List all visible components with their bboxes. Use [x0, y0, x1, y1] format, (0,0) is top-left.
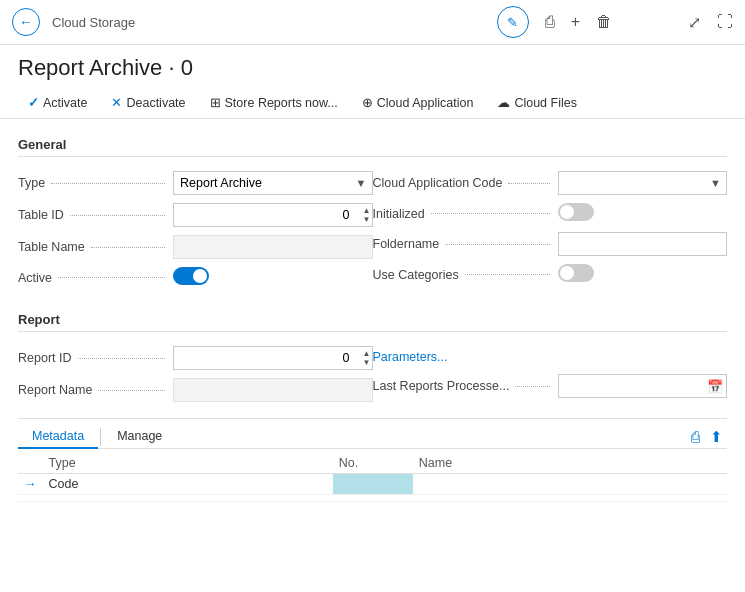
- back-button[interactable]: ←: [12, 8, 40, 36]
- bottom-tabs-section: Metadata Manage ⎙ ⬆ Type No. Name: [18, 418, 727, 502]
- report-left-col: Report ID ▲ ▼ Report Name: [18, 342, 373, 406]
- field-active: Active: [18, 263, 373, 292]
- tab-deactivate[interactable]: ✕ Deactivate: [101, 91, 195, 114]
- tab-store-reports[interactable]: ⊞ Store Reports now...: [200, 91, 348, 114]
- active-control: [173, 267, 373, 288]
- cloud-app-code-control: ▼: [558, 171, 728, 195]
- globe-icon: ⊕: [362, 95, 373, 110]
- delete-button[interactable]: 🗑: [596, 13, 612, 31]
- initialized-dots: [431, 213, 550, 214]
- field-table-name: Table Name: [18, 231, 373, 263]
- table-id-up[interactable]: ▲: [363, 207, 371, 215]
- tab-cloud-files[interactable]: ☁ Cloud Files: [487, 91, 587, 114]
- use-categories-dots: [465, 274, 550, 275]
- report-name-label: Report Name: [18, 383, 92, 397]
- cloud-app-code-select-wrapper: ▼: [558, 171, 728, 195]
- export-tab-icon[interactable]: ⬆: [710, 428, 723, 446]
- active-dots: [58, 277, 165, 278]
- last-reports-dots: [515, 386, 549, 387]
- type-dots: [51, 183, 165, 184]
- bottom-tabs-header: Metadata Manage ⎙ ⬆: [18, 419, 727, 449]
- tab-activate[interactable]: ✓ Activate: [18, 91, 97, 114]
- use-categories-slider: [558, 264, 594, 282]
- table-id-wrapper: ▲ ▼: [173, 203, 373, 227]
- action-tabs: ✓ Activate ✕ Deactivate ⊞ Store Reports …: [0, 87, 745, 119]
- table-name-input: [173, 235, 373, 259]
- edit-icon: ✎: [507, 15, 518, 30]
- empty-name[interactable]: [413, 495, 727, 502]
- x-icon: ✕: [111, 95, 122, 110]
- add-button[interactable]: +: [571, 13, 580, 31]
- cloud-app-code-dots: [508, 183, 549, 184]
- metadata-table: Type No. Name → Code: [18, 453, 727, 502]
- back-icon: ←: [19, 14, 33, 30]
- row-arrow-cell: →: [18, 474, 43, 495]
- table-id-input[interactable]: [173, 203, 373, 227]
- tab-manage-label: Manage: [117, 429, 162, 443]
- tab-cloud-application[interactable]: ⊕ Cloud Application: [352, 91, 484, 114]
- table-id-down[interactable]: ▼: [363, 216, 371, 224]
- use-categories-toggle[interactable]: [558, 264, 594, 282]
- type-control: Report Archive ▼: [173, 171, 373, 195]
- initialized-toggle[interactable]: [558, 203, 594, 221]
- row-name-cell[interactable]: [413, 474, 727, 495]
- toolbar-icons: ✎ ⎙ + 🗑 ⤢ ⛶: [497, 6, 733, 38]
- initialized-control: [558, 203, 728, 224]
- report-id-label: Report ID: [18, 351, 72, 365]
- table-header-row: Type No. Name: [18, 453, 727, 474]
- report-id-input[interactable]: [173, 346, 373, 370]
- foldername-label: Foldername: [373, 237, 440, 251]
- last-reports-input[interactable]: [558, 374, 728, 398]
- empty-type[interactable]: [43, 495, 333, 502]
- tab-metadata-label: Metadata: [32, 429, 84, 443]
- tab-cloud-files-label: Cloud Files: [514, 96, 577, 110]
- tab-manage[interactable]: Manage: [103, 425, 176, 449]
- col-arrow: [18, 453, 43, 474]
- report-name-control: [173, 378, 373, 402]
- empty-no[interactable]: [333, 495, 413, 502]
- foldername-input[interactable]: [558, 232, 728, 256]
- parameters-control: Parameters...: [373, 349, 728, 364]
- table-row: → Code: [18, 474, 727, 495]
- type-label: Type: [18, 176, 45, 190]
- cloud-storage-label: Cloud Storage: [52, 15, 135, 30]
- type-select-wrapper: Report Archive ▼: [173, 171, 373, 195]
- col-no-header: No.: [333, 453, 413, 474]
- row-type-cell[interactable]: Code: [43, 474, 333, 495]
- general-form-grid: Type Report Archive ▼ Table ID: [18, 167, 727, 292]
- active-toggle[interactable]: [173, 267, 209, 285]
- table-name-control: [173, 235, 373, 259]
- page-title: Report Archive · 0: [0, 45, 745, 87]
- foldername-control: [558, 232, 728, 256]
- report-id-down[interactable]: ▼: [363, 359, 371, 367]
- row-no-cell[interactable]: [333, 474, 413, 495]
- field-type: Type Report Archive ▼: [18, 167, 373, 199]
- share-button[interactable]: ⎙: [545, 13, 555, 31]
- fullscreen-button[interactable]: ⛶: [717, 13, 733, 31]
- tab-divider: [100, 428, 101, 446]
- last-reports-wrapper: 📅: [558, 374, 728, 398]
- general-right-col: Cloud Application Code ▼ Initialized: [373, 167, 728, 292]
- table-name-dots: [91, 247, 165, 248]
- report-id-control: ▲ ▼: [173, 346, 373, 370]
- parameters-link[interactable]: Parameters...: [373, 350, 448, 364]
- active-label: Active: [18, 271, 52, 285]
- check-icon: ✓: [28, 95, 39, 110]
- report-id-dots: [78, 358, 166, 359]
- type-select[interactable]: Report Archive: [173, 171, 373, 195]
- calendar-icon[interactable]: 📅: [707, 379, 723, 394]
- expand-button[interactable]: ⤢: [688, 13, 701, 32]
- table-id-control: ▲ ▼: [173, 203, 373, 227]
- edit-button[interactable]: ✎: [497, 6, 529, 38]
- share-tab-icon[interactable]: ⎙: [691, 428, 700, 445]
- report-id-up[interactable]: ▲: [363, 350, 371, 358]
- tab-metadata[interactable]: Metadata: [18, 425, 98, 449]
- table-id-arrows: ▲ ▼: [363, 204, 371, 226]
- tab-activate-label: Activate: [43, 96, 87, 110]
- grid-icon: ⊞: [210, 95, 221, 110]
- tab-store-reports-label: Store Reports now...: [225, 96, 338, 110]
- top-bar: ← Cloud Storage ✎ ⎙ + 🗑 ⤢ ⛶: [0, 0, 745, 45]
- table-row-empty: [18, 495, 727, 502]
- report-id-arrows: ▲ ▼: [363, 347, 371, 369]
- cloud-app-code-select[interactable]: [558, 171, 728, 195]
